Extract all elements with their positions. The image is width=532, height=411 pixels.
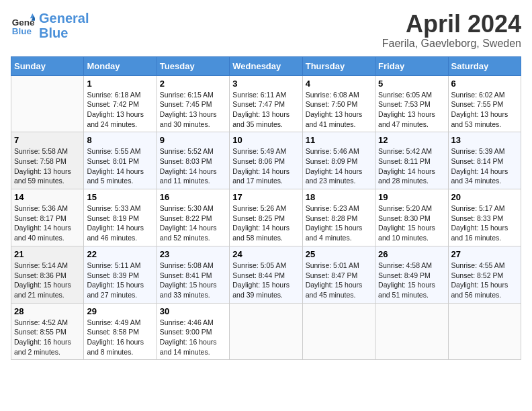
- day-info: Sunrise: 4:58 AM Sunset: 8:49 PM Dayligh…: [378, 261, 445, 300]
- calendar-day-cell: 18Sunrise: 5:23 AM Sunset: 8:28 PM Dayli…: [302, 189, 375, 246]
- calendar-day-cell: 21Sunrise: 5:14 AM Sunset: 8:36 PM Dayli…: [11, 246, 84, 303]
- day-number: 11: [306, 135, 372, 145]
- day-info: Sunrise: 5:52 AM Sunset: 8:03 PM Dayligh…: [160, 146, 226, 186]
- day-info: Sunrise: 5:46 AM Sunset: 8:09 PM Dayligh…: [306, 146, 372, 186]
- day-number: 2: [160, 79, 226, 89]
- calendar-day-cell: 8Sunrise: 5:55 AM Sunset: 8:01 PM Daylig…: [84, 132, 157, 189]
- calendar-day-cell: 24Sunrise: 5:05 AM Sunset: 8:44 PM Dayli…: [230, 246, 302, 303]
- day-info: Sunrise: 5:17 AM Sunset: 8:33 PM Dayligh…: [451, 203, 518, 243]
- weekday-header: Thursday: [302, 56, 375, 75]
- day-number: 29: [87, 306, 153, 316]
- day-number: 17: [232, 192, 299, 202]
- calendar-day-cell: 25Sunrise: 5:01 AM Sunset: 8:47 PM Dayli…: [302, 246, 375, 303]
- calendar-table: SundayMondayTuesdayWednesdayThursdayFrid…: [11, 56, 521, 361]
- day-info: Sunrise: 4:55 AM Sunset: 8:52 PM Dayligh…: [451, 261, 518, 300]
- calendar-week-row: 28Sunrise: 4:52 AM Sunset: 8:55 PM Dayli…: [11, 303, 521, 360]
- page-header: General Blue GeneralBlue April 2024 Faer…: [11, 11, 521, 50]
- calendar-day-cell: 12Sunrise: 5:42 AM Sunset: 8:11 PM Dayli…: [375, 132, 448, 189]
- day-info: Sunrise: 5:23 AM Sunset: 8:28 PM Dayligh…: [306, 203, 372, 243]
- day-info: Sunrise: 4:49 AM Sunset: 8:58 PM Dayligh…: [87, 318, 153, 357]
- calendar-day-cell: 28Sunrise: 4:52 AM Sunset: 8:55 PM Dayli…: [11, 303, 84, 360]
- calendar-day-cell: 14Sunrise: 5:36 AM Sunset: 8:17 PM Dayli…: [11, 189, 84, 246]
- day-number: 21: [14, 249, 81, 259]
- calendar-day-cell: 4Sunrise: 6:08 AM Sunset: 7:50 PM Daylig…: [302, 75, 375, 132]
- day-number: 6: [451, 79, 518, 89]
- calendar-day-cell: 16Sunrise: 5:30 AM Sunset: 8:22 PM Dayli…: [157, 189, 229, 246]
- day-number: 26: [378, 249, 445, 259]
- calendar-day-cell: 2Sunrise: 6:15 AM Sunset: 7:45 PM Daylig…: [157, 75, 229, 132]
- calendar-day-cell: 5Sunrise: 6:05 AM Sunset: 7:53 PM Daylig…: [375, 75, 448, 132]
- day-info: Sunrise: 5:14 AM Sunset: 8:36 PM Dayligh…: [14, 261, 81, 300]
- day-number: 7: [14, 135, 81, 145]
- day-number: 16: [160, 192, 226, 202]
- calendar-day-cell: 19Sunrise: 5:20 AM Sunset: 8:30 PM Dayli…: [375, 189, 448, 246]
- day-number: 20: [451, 192, 518, 202]
- empty-cell: [375, 303, 448, 360]
- calendar-day-cell: 3Sunrise: 6:11 AM Sunset: 7:47 PM Daylig…: [230, 75, 302, 132]
- day-info: Sunrise: 5:08 AM Sunset: 8:41 PM Dayligh…: [160, 261, 226, 300]
- svg-text:Blue: Blue: [12, 26, 32, 36]
- day-info: Sunrise: 6:08 AM Sunset: 7:50 PM Dayligh…: [306, 90, 372, 130]
- calendar-day-cell: 17Sunrise: 5:26 AM Sunset: 8:25 PM Dayli…: [230, 189, 302, 246]
- day-number: 9: [160, 135, 226, 145]
- day-info: Sunrise: 5:39 AM Sunset: 8:14 PM Dayligh…: [451, 146, 518, 186]
- empty-cell: [230, 303, 302, 360]
- empty-cell: [302, 303, 375, 360]
- calendar-day-cell: 13Sunrise: 5:39 AM Sunset: 8:14 PM Dayli…: [448, 132, 521, 189]
- day-number: 8: [87, 135, 153, 145]
- day-number: 4: [306, 79, 372, 89]
- empty-cell: [11, 75, 84, 132]
- empty-cell: [448, 303, 521, 360]
- calendar-body: 1Sunrise: 6:18 AM Sunset: 7:42 PM Daylig…: [11, 75, 521, 360]
- calendar-week-row: 21Sunrise: 5:14 AM Sunset: 8:36 PM Dayli…: [11, 246, 521, 303]
- calendar-day-cell: 30Sunrise: 4:46 AM Sunset: 9:00 PM Dayli…: [157, 303, 229, 360]
- calendar-week-row: 1Sunrise: 6:18 AM Sunset: 7:42 PM Daylig…: [11, 75, 521, 132]
- day-info: Sunrise: 5:20 AM Sunset: 8:30 PM Dayligh…: [378, 203, 445, 243]
- day-number: 10: [232, 135, 299, 145]
- calendar-day-cell: 23Sunrise: 5:08 AM Sunset: 8:41 PM Dayli…: [157, 246, 229, 303]
- calendar-day-cell: 27Sunrise: 4:55 AM Sunset: 8:52 PM Dayli…: [448, 246, 521, 303]
- day-number: 12: [378, 135, 445, 145]
- calendar-day-cell: 22Sunrise: 5:11 AM Sunset: 8:39 PM Dayli…: [84, 246, 157, 303]
- day-number: 28: [14, 306, 81, 316]
- day-number: 5: [378, 79, 445, 89]
- day-info: Sunrise: 6:11 AM Sunset: 7:47 PM Dayligh…: [232, 90, 299, 130]
- weekday-header: Saturday: [448, 56, 521, 75]
- day-number: 25: [306, 249, 372, 259]
- calendar-day-cell: 1Sunrise: 6:18 AM Sunset: 7:42 PM Daylig…: [84, 75, 157, 132]
- day-info: Sunrise: 5:26 AM Sunset: 8:25 PM Dayligh…: [232, 203, 299, 243]
- month-title: April 2024: [382, 11, 521, 38]
- logo: General Blue GeneralBlue: [11, 11, 89, 40]
- day-info: Sunrise: 6:15 AM Sunset: 7:45 PM Dayligh…: [160, 90, 226, 130]
- day-info: Sunrise: 5:49 AM Sunset: 8:06 PM Dayligh…: [232, 146, 299, 186]
- day-info: Sunrise: 5:58 AM Sunset: 7:58 PM Dayligh…: [14, 146, 81, 186]
- calendar-header: SundayMondayTuesdayWednesdayThursdayFrid…: [11, 56, 521, 75]
- day-number: 24: [232, 249, 299, 259]
- weekday-header: Friday: [375, 56, 448, 75]
- day-number: 18: [306, 192, 372, 202]
- day-number: 1: [87, 79, 153, 89]
- day-info: Sunrise: 6:05 AM Sunset: 7:53 PM Dayligh…: [378, 90, 445, 130]
- day-number: 13: [451, 135, 518, 145]
- day-info: Sunrise: 5:11 AM Sunset: 8:39 PM Dayligh…: [87, 261, 153, 300]
- day-number: 23: [160, 249, 226, 259]
- day-info: Sunrise: 5:01 AM Sunset: 8:47 PM Dayligh…: [306, 261, 372, 300]
- day-number: 14: [14, 192, 81, 202]
- day-info: Sunrise: 6:18 AM Sunset: 7:42 PM Dayligh…: [87, 90, 153, 130]
- calendar-day-cell: 9Sunrise: 5:52 AM Sunset: 8:03 PM Daylig…: [157, 132, 229, 189]
- weekday-header: Tuesday: [157, 56, 229, 75]
- calendar-day-cell: 15Sunrise: 5:33 AM Sunset: 8:19 PM Dayli…: [84, 189, 157, 246]
- logo-icon: General Blue: [11, 13, 35, 38]
- day-info: Sunrise: 5:30 AM Sunset: 8:22 PM Dayligh…: [160, 203, 226, 243]
- day-number: 19: [378, 192, 445, 202]
- day-info: Sunrise: 4:52 AM Sunset: 8:55 PM Dayligh…: [14, 318, 81, 357]
- day-info: Sunrise: 5:42 AM Sunset: 8:11 PM Dayligh…: [378, 146, 445, 186]
- day-number: 30: [160, 306, 226, 316]
- day-info: Sunrise: 5:36 AM Sunset: 8:17 PM Dayligh…: [14, 203, 81, 243]
- calendar-day-cell: 29Sunrise: 4:49 AM Sunset: 8:58 PM Dayli…: [84, 303, 157, 360]
- weekday-header: Sunday: [11, 56, 84, 75]
- calendar-day-cell: 26Sunrise: 4:58 AM Sunset: 8:49 PM Dayli…: [375, 246, 448, 303]
- day-number: 27: [451, 249, 518, 259]
- title-block: April 2024 Faerila, Gaevleborg, Sweden: [382, 11, 521, 50]
- logo-text: GeneralBlue: [39, 11, 89, 40]
